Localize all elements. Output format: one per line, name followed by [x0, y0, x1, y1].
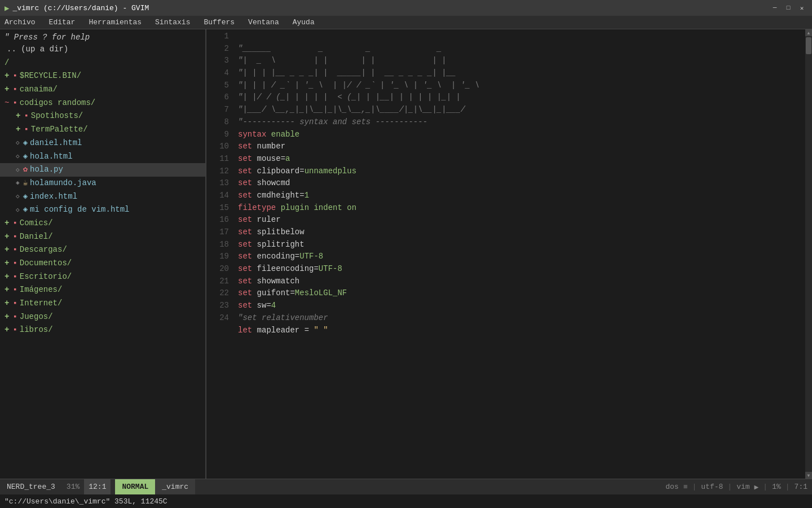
folder-icon: ▪ — [12, 271, 17, 283]
expand-icon: + — [5, 257, 9, 270]
menu-editar[interactable]: Editar — [47, 17, 78, 28]
sidebar-item-comics[interactable]: + ▪ Comics/ — [0, 217, 205, 230]
sidebar-item-hola-html[interactable]: ◇ ◈ hola.html — [0, 150, 205, 164]
title-bar-controls: ─ □ ✕ — [769, 2, 807, 14]
scroll-down-button[interactable]: ▼ — [805, 472, 812, 479]
nerdtree-sidebar[interactable]: " Press ? for help .. (up a dir) / + ▪ $… — [0, 29, 206, 479]
menu-herramientas[interactable]: Herramientas — [86, 17, 144, 28]
menu-ayuda[interactable]: Ayuda — [290, 17, 317, 28]
menu-ventana[interactable]: Ventana — [246, 17, 281, 28]
sidebar-item-label: Spotihosts/ — [31, 110, 83, 122]
sidebar-item-mi-config[interactable]: ◇ ◈ mi config de vim.html — [0, 203, 205, 217]
line-numbers: 1 2 3 4 5 6 7 8 9 10 11 12 13 14 15 16 1… — [206, 29, 233, 479]
sep4: | — [763, 483, 767, 491]
expand-icon: + — [5, 297, 9, 310]
code-line-7: "----------- syntax and sets ----------- — [238, 117, 427, 126]
editor-pane[interactable]: 1 2 3 4 5 6 7 8 9 10 11 12 13 14 15 16 1… — [206, 29, 805, 479]
file-icon: ◈ — [16, 178, 20, 188]
sidebar-item-label: $RECYCLE.BIN/ — [20, 70, 81, 82]
sidebar-item-label: TermPalette/ — [31, 124, 88, 136]
filetype-label: vim — [736, 483, 749, 491]
sidebar-item-daniel[interactable]: + ▪ Daniel/ — [0, 230, 205, 244]
sidebar-item-holamundo-java[interactable]: ◈ ☕ holamundo.java — [0, 177, 205, 190]
scrollbar[interactable]: ▲ ▼ — [805, 29, 812, 479]
code-line-12: set showcmd — [238, 178, 290, 187]
folder-icon: ▪ — [24, 110, 28, 122]
code-line-5: "| |/ / (_| | | | | < (_| | |__| | | | |… — [238, 93, 461, 102]
sidebar-item-label: Documentos/ — [20, 257, 72, 270]
code-line-8: syntax enable — [238, 130, 299, 139]
sidebar-item-label: .. (up a dir) — [7, 43, 68, 56]
code-line-17: set splitright — [238, 240, 304, 249]
maximize-button[interactable]: □ — [783, 2, 794, 14]
file-icon: ◇ — [16, 165, 20, 175]
expand-icon: + — [5, 244, 9, 256]
folder-icon: ▪ — [12, 324, 17, 336]
sidebar-item-spotihosts[interactable]: + ▪ Spotihosts/ — [0, 110, 205, 123]
sidebar-item-label: holamundo.java — [30, 177, 96, 190]
sidebar-item-label: Daniel/ — [20, 231, 53, 243]
folder-icon: ▪ — [24, 124, 28, 136]
sidebar-item-libros[interactable]: + ▪ libros/ — [0, 323, 205, 337]
sidebar-item-internet[interactable]: + ▪ Internet/ — [0, 297, 205, 310]
scroll-track[interactable] — [805, 36, 812, 472]
folder-icon: ▪ — [12, 84, 17, 96]
command-line: "c://Users\danie\_vimrc" 353L, 11245C — [0, 494, 812, 508]
code-line-13: set cmdheight=1 — [238, 191, 309, 200]
sidebar-item-label: Juegos/ — [20, 311, 53, 323]
scroll-thumb[interactable] — [806, 37, 811, 54]
window-title: _vimrc (c://Users/danie) - GVIM — [12, 4, 149, 12]
menu-bar: Archivo Editar Herramientas Sintaxis Buf… — [0, 16, 812, 29]
sidebar-item-codigos[interactable]: ~ ▪ codigos randoms/ — [0, 97, 205, 110]
code-line-6: "|___/ \__,_|_|\__|_|\_\__,_|\____/|_|\_… — [238, 105, 465, 114]
code-line-18: set encoding=UTF-8 — [238, 252, 323, 261]
sidebar-item-label: hola.py — [30, 164, 63, 176]
code-line-16: set splitbelow — [238, 227, 304, 237]
code-line-2: "| _ \ | | | | | | — [238, 56, 447, 65]
nerd-tree-label: NERD_tree_3 — [0, 483, 62, 491]
mode-indicator: NORMAL — [115, 479, 155, 495]
sidebar-item-updir[interactable]: .. (up a dir) — [0, 43, 205, 56]
folder-icon: ▪ — [12, 97, 17, 110]
sidebar-item-termpalette[interactable]: + ▪ TermPalette/ — [0, 123, 205, 137]
folder-icon: ▪ — [12, 231, 17, 243]
close-button[interactable]: ✕ — [796, 2, 807, 14]
minimize-button[interactable]: ─ — [769, 2, 780, 14]
sidebar-item-descargas[interactable]: + ▪ Descargas/ — [0, 243, 205, 257]
sidebar-item-juegos[interactable]: + ▪ Juegos/ — [0, 310, 205, 324]
sidebar-item-documentos[interactable]: + ▪ Documentos/ — [0, 257, 205, 270]
tilde-icon: ~ — [5, 97, 9, 110]
sidebar-item-imagenes[interactable]: + ▪ Imágenes/ — [0, 283, 205, 297]
sidebar-item-daniel-html[interactable]: ◇ ◈ daniel.html — [0, 137, 205, 150]
code-line-21: set guifont=MesloLGL_NF — [238, 288, 347, 297]
sidebar-item-label: mi config de vim.html — [30, 204, 129, 216]
code-content[interactable]: "______ _ _ _ "| _ \ | | | | | | "| | | … — [233, 29, 805, 479]
folder-icon: ▪ — [12, 311, 17, 323]
file-icon: ◇ — [16, 138, 20, 148]
sidebar-item-root[interactable]: / — [0, 56, 205, 70]
sidebar-item-canaima[interactable]: + ▪ canaima/ — [0, 83, 205, 97]
encoding-label: utf-8 — [701, 483, 723, 491]
sidebar-item-hola-py[interactable]: ◇ ✿ hola.py — [0, 163, 205, 177]
menu-buffers[interactable]: Buffers — [201, 17, 237, 28]
code-line-24: let mapleader = " " — [238, 326, 328, 335]
vim-icon: ▶ — [5, 3, 9, 13]
sidebar-item-index-html[interactable]: ◇ ◈ index.html — [0, 190, 205, 204]
sidebar-item-escritorio[interactable]: + ▪ Escritorio/ — [0, 270, 205, 284]
expand-icon: + — [5, 231, 9, 243]
current-filename: _vimrc — [155, 479, 195, 495]
sidebar-item-label: codigos randoms/ — [20, 97, 95, 110]
menu-archivo[interactable]: Archivo — [2, 17, 38, 28]
menu-sintaxis[interactable]: Sintaxis — [153, 17, 192, 28]
status-bar: NERD_tree_3 31% 12:1 NORMAL _vimrc dos ■… — [0, 479, 812, 494]
scroll-up-button[interactable]: ▲ — [805, 29, 812, 36]
file-icon: ◇ — [16, 192, 20, 202]
title-bar: ▶ _vimrc (c://Users/danie) - GVIM ─ □ ✕ — [0, 0, 812, 16]
filetype-arrow: ▶ — [754, 483, 759, 492]
fileformat-label: dos — [665, 483, 678, 491]
folder-icon: ▪ — [12, 70, 17, 82]
expand-icon: + — [16, 124, 20, 136]
sidebar-item-label: Comics/ — [20, 217, 53, 230]
scroll-pct-right: 1% — [772, 483, 781, 491]
sidebar-item-recycle[interactable]: + ▪ $RECYCLE.BIN/ — [0, 69, 205, 83]
